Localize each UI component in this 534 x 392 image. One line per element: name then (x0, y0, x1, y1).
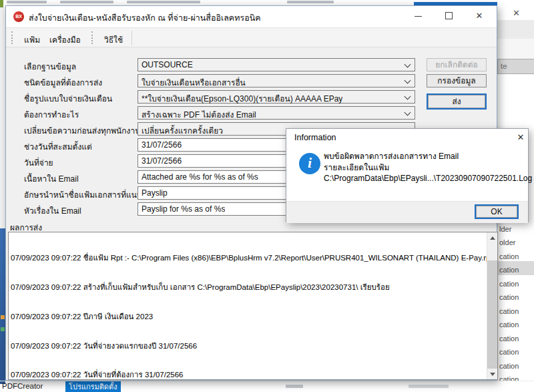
close-button[interactable]: ✕ (468, 6, 491, 26)
file-type-cell[interactable]: cation (499, 263, 534, 276)
field-row-action: ต้องการทำอะไร สร้างเฉพาะ PDF ไม่ต้องส่ง … (6, 106, 497, 120)
file-type-cell[interactable]: lder (499, 222, 534, 236)
scroll-up-arrow[interactable] (487, 232, 498, 243)
info-icon-letter: i (308, 154, 312, 171)
field-label: อักษรนำหน้าชื่อแฟ้มเอกสารที่แนบ (24, 188, 142, 201)
ok-button[interactable]: OK (475, 204, 519, 219)
field-label: เปลี่ยนข้อความก่อนส่งทุกพนักงาน (24, 124, 140, 137)
dialog-titlebar[interactable]: BX ส่งใบจ่ายเงินเดือน-หนังสือรับรองหัก ณ… (6, 6, 497, 27)
triangle-down-icon (490, 373, 495, 376)
background-left-strip (0, 8, 5, 228)
log-line: 07/09/2023 09:07:22 ชื่อแฟ้ม Rpt :- C:\P… (11, 253, 485, 263)
file-type-cell[interactable]: cation (499, 250, 534, 263)
background-file-row: PDFCreator โปรแกรมติดตั้ง (0, 381, 534, 392)
scroll-down-arrow[interactable] (487, 369, 498, 379)
field-row-data-type: ชนิดข้อมูลที่ต้องการส่ง ใบจ่ายเงินเดือนห… (6, 74, 497, 87)
input-value: 31/07/2566 (142, 140, 182, 150)
combobox-value: OUTSOURCE (142, 60, 193, 69)
action-combobox[interactable]: สร้างเฉพาะ PDF ไม่ต้องส่ง Email (138, 106, 415, 120)
file-type-cell[interactable]: cation (499, 318, 534, 331)
information-messagebox: Information ✕ i พบข้อผิดพลาดการส่งเอกสาร… (286, 128, 529, 222)
close-icon: ✕ (476, 11, 483, 21)
menu-file[interactable]: แฟ้ม (21, 32, 43, 47)
rename-selection-text[interactable]: โปรแกรมติดตั้ง (65, 381, 121, 392)
send-button[interactable]: ส่ง (427, 93, 487, 110)
menubar: แฟ้ม เครื่องมือ วิธีใช้ (6, 27, 497, 47)
field-row-database: เลือกฐานข้อมูล OUTSOURCE (6, 58, 497, 71)
data-type-combobox[interactable]: ใบจ่ายเงินเดือนหรือเอกสารอื่น (138, 74, 415, 87)
message-line: รายละเอียดในแฟ้ม (324, 162, 524, 174)
close-button[interactable]: ✕ (515, 132, 527, 144)
file-type-cell[interactable]: cation (499, 332, 534, 345)
background-text-fragment (409, 385, 449, 388)
background-text-fragment (286, 385, 303, 388)
menu-tools[interactable]: เครื่องมือ (46, 32, 84, 47)
triangle-up-icon (490, 236, 495, 240)
chevron-down-icon (405, 110, 411, 116)
minimize-icon (415, 16, 422, 17)
messagebox-text: พบข้อผิดพลาดการส่งเอกสารทาง Email รายละเ… (324, 151, 524, 184)
combobox-value: ใบจ่ายเงินเดือนหรือเอกสารอื่น (142, 76, 246, 89)
payslip-format-combobox[interactable]: **ใบจ่ายเงินเดือน(Epson-LQ300)(รายเดือน)… (138, 90, 415, 104)
maximize-button[interactable] (437, 6, 460, 26)
log-line: 07/09/2023 09:07:22 วันที่จ่ายที่ต้องการ… (11, 370, 485, 380)
log-line: 07/09/2023 09:07:22 สร้างที่เก็บแฟ้มสำหร… (11, 282, 485, 292)
send-result-log[interactable]: 07/09/2023 09:07:22 ชื่อแฟ้ม Rpt :- C:\P… (8, 232, 498, 380)
database-combobox[interactable]: OUTSOURCE (138, 58, 415, 71)
background-icon-speck (1, 327, 5, 331)
log-line: 07/09/2023 09:07:22 วันที่จ่ายงวดแรกของป… (11, 341, 485, 351)
field-label: ชนิดข้อมูลที่ต้องการส่ง (24, 76, 102, 89)
input-value: Payslip (142, 188, 168, 198)
messagebox-footer: OK (286, 201, 528, 223)
combobox-value: **ใบจ่ายเงินเดือน(Epson-LQ300)(รายเดือน)… (142, 92, 342, 105)
toolbar-grip[interactable] (11, 31, 13, 44)
field-row-payslip-format: ชื่อรูปแบบใบจ่ายเงินเดือน **ใบจ่ายเงินเด… (6, 90, 497, 104)
menu-help[interactable]: วิธีใช้ (101, 32, 126, 47)
chevron-down-icon (405, 93, 411, 100)
background-icon-speck (1, 315, 5, 319)
menubar-separator (131, 31, 132, 45)
file-type-cell[interactable]: cation (499, 290, 534, 304)
log-text: 07/09/2023 09:07:22 ชื่อแฟ้ม Rpt :- C:\P… (11, 234, 485, 380)
scrollbar-thumb[interactable] (487, 260, 498, 369)
paste-button-fragment[interactable]: te (497, 59, 534, 74)
combobox-value: เปลี่ยนครั้งแรกครั้งเดียว (142, 124, 223, 137)
toolbar-grip[interactable] (91, 31, 93, 44)
background-text-fragment (7, 1, 47, 3)
filter-data-button[interactable]: กรองข้อมูล (427, 74, 487, 87)
log-line: 07/09/2023 09:07:22 ปีภาษี เงินเดือน 202… (11, 312, 485, 322)
log-scrollbar[interactable] (487, 232, 497, 379)
background-text-fragment (60, 1, 113, 3)
combobox-value: สร้างเฉพาะ PDF ไม่ต้องส่ง Email (142, 108, 256, 121)
close-icon[interactable]: ✕ (513, 8, 520, 18)
background-text-fragment (127, 1, 200, 3)
field-label: เลือกฐานข้อมูล (24, 60, 76, 73)
field-label: เนื้อหาใน Email (24, 172, 79, 185)
field-label: ต้องการทำอะไร (24, 108, 79, 121)
input-value: Payslip for %s as of %s (142, 204, 225, 214)
chevron-down-icon (405, 77, 411, 84)
background-left-window-edge (0, 228, 5, 382)
input-value: 31/07/2566 (142, 156, 182, 166)
screen: ✕ te lder older cation cation cation cat… (0, 0, 534, 392)
file-name-label[interactable]: PDFCreator (2, 382, 43, 390)
app-logo-icon: BX (13, 11, 24, 22)
dialog-title: ส่งใบจ่ายเงินเดือน-หนังสือรับรองหัก ณ ที… (29, 11, 261, 25)
background-toolbar-strip2 (497, 39, 534, 59)
info-icon: i (299, 153, 320, 174)
minimize-button[interactable] (407, 6, 429, 26)
field-label: ช่วงวันที่สะสมตั้งแต่ (24, 140, 92, 153)
maximize-icon (445, 12, 453, 19)
file-type-cell[interactable]: cation (499, 277, 534, 290)
field-label: หัวเรื่องใน Email (24, 204, 81, 217)
messagebox-title: Information (294, 133, 336, 142)
file-type-cell[interactable]: cation (499, 305, 534, 318)
background-app-icon (0, 0, 3, 7)
file-type-cell[interactable]: cation (499, 345, 534, 359)
background-text-fragment (287, 1, 334, 3)
background-toolbar-strip (497, 20, 534, 39)
field-label: วันที่จ่าย (24, 156, 53, 169)
file-type-cell[interactable]: cation (499, 359, 534, 373)
cancel-connection-button[interactable]: ยกเลิกติดต่อ (427, 58, 487, 71)
file-type-cell[interactable]: older (499, 236, 534, 249)
